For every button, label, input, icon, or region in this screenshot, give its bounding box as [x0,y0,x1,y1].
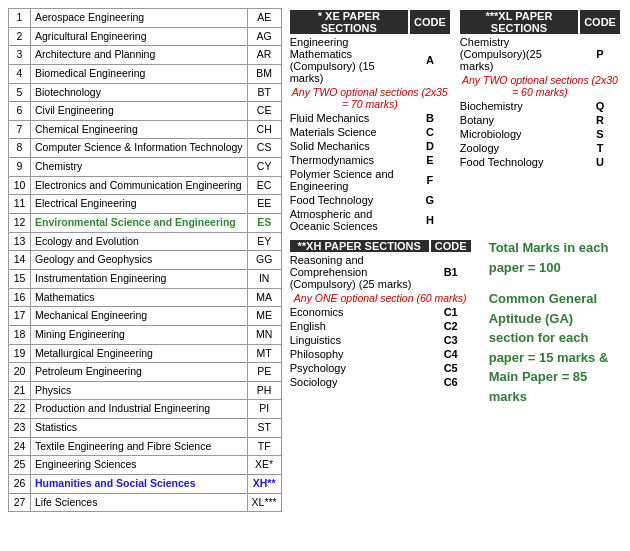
discipline-code: AE [247,9,281,28]
discipline-name: Electrical Engineering [31,195,248,214]
discipline-name: Metallurgical Engineering [31,344,248,363]
row-number: 17 [9,307,31,326]
optional-note: Any TWO optional sections (2x35 = 70 mar… [290,86,450,110]
discipline-name: Chemistry [31,158,248,177]
section-code: B [410,112,450,124]
paper-header-row: * XE PAPER SECTIONSCODE [290,10,450,34]
paper-header-row: ***XL PAPER SECTIONSCODE [460,10,620,34]
paper-title: **XH PAPER SECTIONS [290,240,429,252]
section-name: Botany [460,114,578,126]
discipline-name: Humanities and Social Sciences [31,475,248,494]
section-row: EconomicsC1 [290,306,471,318]
table-row: 20Petroleum EngineeringPE [9,363,282,382]
row-number: 14 [9,251,31,270]
section-row: SociologyC6 [290,376,471,388]
section-row: Food TechnologyG [290,194,450,206]
table-row: 16MathematicsMA [9,288,282,307]
section-row: Food TechnologyU [460,156,620,168]
table-row: 5BiotechnologyBT [9,83,282,102]
section-name: Zoology [460,142,578,154]
section-row: Fluid MechanicsB [290,112,450,124]
table-row: 10Electronics and Communication Engineer… [9,176,282,195]
left-section: 1Aerospace EngineeringAE2Agricultural En… [8,8,282,512]
discipline-code: BT [247,83,281,102]
compulsory-code: A [410,36,450,84]
section-name: Linguistics [290,334,429,346]
section-code: H [410,208,450,232]
discipline-name: Ecology and Evolution [31,232,248,251]
discipline-name: Aerospace Engineering [31,9,248,28]
compulsory-row: Chemistry (Compulsory)(25 marks)P [460,36,620,72]
row-number: 1 [9,9,31,28]
table-row: 23StatisticsST [9,419,282,438]
table-row: 8Computer Science & Information Technolo… [9,139,282,158]
optional-note-row: Any TWO optional sections (2x35 = 70 mar… [290,86,450,110]
discipline-name: Environmental Science and Engineering [31,214,248,233]
discipline-code: MA [247,288,281,307]
section-code: Q [580,100,620,112]
discipline-name: Instrumentation Engineering [31,269,248,288]
section-name: Sociology [290,376,429,388]
section-row: PsychologyC5 [290,362,471,374]
row-number: 16 [9,288,31,307]
discipline-code: MT [247,344,281,363]
discipline-code: CS [247,139,281,158]
discipline-name: Production and Industrial Engineering [31,400,248,419]
xl-paper-table: ***XL PAPER SECTIONSCODEChemistry (Compu… [458,8,622,170]
section-name: Economics [290,306,429,318]
discipline-code: PH [247,381,281,400]
section-code: E [410,154,450,166]
row-number: 26 [9,475,31,494]
common-aptitude-text: Common General Aptitude (GA) section for… [489,289,622,406]
discipline-name: Mechanical Engineering [31,307,248,326]
table-row: 19Metallurgical EngineeringMT [9,344,282,363]
discipline-code: PI [247,400,281,419]
discipline-name: Petroleum Engineering [31,363,248,382]
code-header: CODE [580,10,620,34]
compulsory-row: Reasoning and Comprehension (Compulsory)… [290,254,471,290]
section-name: Food Technology [460,156,578,168]
row-number: 8 [9,139,31,158]
table-row: 6Civil EngineeringCE [9,102,282,121]
section-name: Food Technology [290,194,408,206]
compulsory-name: Reasoning and Comprehension (Compulsory)… [290,254,429,290]
discipline-code: EY [247,232,281,251]
optional-note: Any ONE optional section (60 marks) [290,292,471,304]
discipline-code: CE [247,102,281,121]
discipline-code: CH [247,120,281,139]
discipline-name: Mining Engineering [31,325,248,344]
section-code: C2 [431,320,471,332]
section-row: PhilosophyC4 [290,348,471,360]
section-code: C4 [431,348,471,360]
discipline-name: Geology and Geophysics [31,251,248,270]
row-number: 12 [9,214,31,233]
section-name: Materials Science [290,126,408,138]
main-container: 1Aerospace EngineeringAE2Agricultural En… [8,8,622,512]
section-name: Polymer Science and Engineering [290,168,408,192]
discipline-name: Biotechnology [31,83,248,102]
row-number: 27 [9,493,31,512]
compulsory-name: Engineering Mathematics (Compulsory) (15… [290,36,408,84]
table-row: 12Environmental Science and EngineeringE… [9,214,282,233]
row-number: 21 [9,381,31,400]
paper-title: * XE PAPER SECTIONS [290,10,408,34]
optional-note-row: Any TWO optional sections (2x30 = 60 mar… [460,74,620,98]
discipline-name: Textile Engineering and Fibre Science [31,437,248,456]
table-row: 18Mining EngineeringMN [9,325,282,344]
table-row: 22Production and Industrial EngineeringP… [9,400,282,419]
table-row: 4Biomedical EngineeringBM [9,64,282,83]
section-code: D [410,140,450,152]
table-row: 25Engineering SciencesXE* [9,456,282,475]
section-code: C3 [431,334,471,346]
table-row: 13Ecology and EvolutionEY [9,232,282,251]
table-row: 15Instrumentation EngineeringIN [9,269,282,288]
discipline-code: ES [247,214,281,233]
table-row: 11Electrical EngineeringEE [9,195,282,214]
section-code: C [410,126,450,138]
table-row: 1Aerospace EngineeringAE [9,9,282,28]
code-header: CODE [410,10,450,34]
discipline-code: XL*** [247,493,281,512]
section-row: ThermodynamicsE [290,154,450,166]
paper-header-row: **XH PAPER SECTIONSCODE [290,240,471,252]
paper-title: ***XL PAPER SECTIONS [460,10,578,34]
